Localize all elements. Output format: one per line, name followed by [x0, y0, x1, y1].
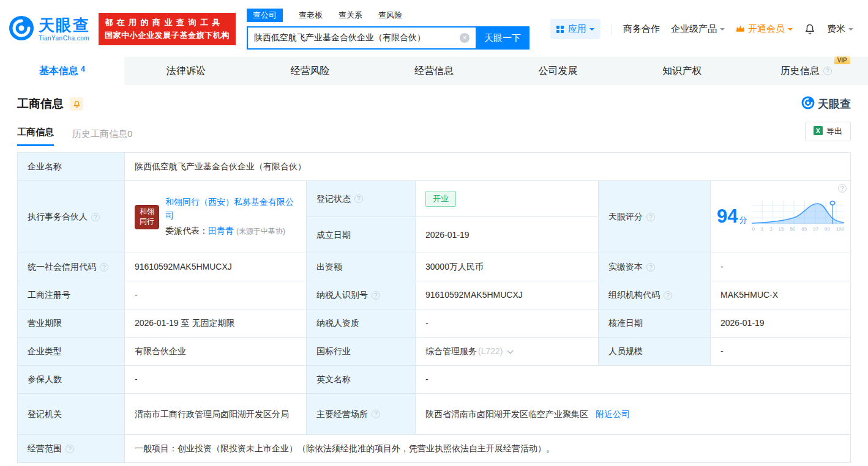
field-org-code-label: 组织机构代码: [599, 281, 711, 309]
field-business-term-value: 2026-01-19 至 无固定期限: [125, 309, 307, 337]
subtab-business-info[interactable]: 工商信息: [17, 127, 54, 146]
search-button[interactable]: 天眼一下: [476, 26, 529, 50]
field-company-type-value: 有限合伙企业: [125, 338, 307, 365]
tab-legal-proceedings[interactable]: 法律诉讼: [124, 57, 249, 85]
help-icon[interactable]: [838, 184, 847, 193]
industry-expand-icon[interactable]: [507, 347, 514, 353]
tab-basic-info[interactable]: 基本信息4: [0, 57, 124, 85]
field-credit-code-value: 91610592MAK5HMUCXJ: [125, 253, 307, 281]
menu-enterprise-products[interactable]: 企业级产品: [671, 23, 725, 35]
row-credit-capital: 统一社会信用代码 91610592MAK5HMUCXJ 出资额 30000万人民…: [18, 253, 850, 281]
field-establish-date-value: 2026-01-19: [416, 217, 599, 253]
field-business-term-label: 营业期限: [18, 309, 125, 337]
search-tab-risk[interactable]: 查风险: [378, 10, 402, 21]
section-title: 工商信息: [17, 96, 64, 112]
search-tab-boss[interactable]: 查老板: [299, 10, 323, 21]
field-capital-label: 出资额: [307, 253, 416, 281]
field-insured-count-label: 参保人数: [18, 366, 125, 393]
field-industry-value: 综合管理服务(L722): [416, 338, 599, 365]
field-company-name-label: 企业名称: [18, 153, 125, 180]
export-button[interactable]: 导出: [805, 122, 851, 141]
promo-banner: 都在用的商业查询工具 国家中小企业发展子基金旗下机构: [99, 13, 236, 46]
field-credit-code-label: 统一社会信用代码: [18, 253, 125, 281]
help-icon[interactable]: [65, 445, 74, 453]
apps-menu[interactable]: 应用: [550, 19, 600, 39]
row-insured-english: 参保人数 - 英文名称 -: [18, 365, 850, 393]
field-score-value: 94分 0131550859799100: [711, 181, 850, 253]
vip-badge: VIP: [834, 56, 850, 64]
search-area: 查公司 查老板 查关系 查风险 天眼一下: [247, 9, 529, 50]
deputy-name-link[interactable]: 田青青: [208, 226, 234, 235]
search-tab-relation[interactable]: 查关系: [339, 10, 362, 21]
chevron-down-icon: [589, 28, 594, 33]
help-icon[interactable]: [646, 213, 655, 221]
field-staff-size-value: -: [711, 338, 850, 365]
monitor-bell-icon[interactable]: [70, 97, 83, 111]
field-industry-label: 国标行业: [307, 338, 416, 365]
field-reg-number-label: 工商注册号: [18, 281, 125, 309]
promo-banner-line2: 国家中小企业发展子基金旗下机构: [105, 29, 230, 42]
notification-bell-icon[interactable]: [804, 23, 816, 35]
menu-business-cooperation[interactable]: 商务合作: [623, 23, 660, 35]
clear-icon[interactable]: [460, 33, 470, 43]
tianyancha-logo-icon: [9, 15, 34, 43]
tab-operating-risk[interactable]: 经营风险: [248, 57, 372, 85]
nearby-companies-link[interactable]: 附近公司: [596, 408, 630, 421]
field-business-address-label: 主要经营场所: [307, 394, 416, 434]
chevron-down-icon: [720, 28, 725, 33]
tab-intellectual-property[interactable]: 知识产权: [620, 57, 744, 85]
deputy-source: (来源于中基协): [236, 227, 285, 235]
field-reg-status-value: 开业: [416, 181, 599, 216]
row-company-name: 企业名称 陕西低空航飞产业基金合伙企业（有限合伙）: [18, 153, 850, 180]
field-approval-date-value: 2026-01-19: [711, 309, 850, 337]
status-date-column: 登记状态 开业 成立日期 2026-01-19: [307, 181, 599, 253]
field-insured-count-value: -: [125, 366, 307, 393]
promo-banner-line1: 都在用的商业查询工具: [105, 17, 230, 29]
help-icon[interactable]: [664, 291, 672, 300]
header: 天眼查 TianYanCha.com 都在用的商业查询工具 国家中小企业发展子基…: [0, 0, 868, 56]
field-org-code-value: MAK5HMUC-X: [711, 281, 850, 309]
field-executive-partner-label: 执行事务合伙人: [18, 181, 125, 253]
row-authority-address: 登记机关 渭南市工商行政管理局卤阳湖开发区分局 主要经营场所 陕西省渭南市卤阳湖…: [18, 393, 850, 434]
field-taxpayer-quality-label: 纳税人资质: [307, 309, 416, 337]
row-type-industry-staff: 企业类型 有限合伙企业 国标行业 综合管理服务(L722) 人员规模 -: [18, 337, 850, 365]
field-reg-authority-value: 渭南市工商行政管理局卤阳湖开发区分局: [125, 394, 307, 434]
logo-domain-text: TianYanCha.com: [39, 35, 90, 42]
search-tab-company[interactable]: 查公司: [247, 9, 283, 22]
field-establish-date-label: 成立日期: [307, 217, 416, 253]
field-company-name-value: 陕西低空航飞产业基金合伙企业（有限合伙）: [125, 153, 850, 180]
help-icon[interactable]: [372, 410, 380, 418]
field-company-type-label: 企业类型: [18, 338, 125, 365]
tab-operating-info[interactable]: 经营信息: [372, 57, 496, 85]
subtab-history-business-info[interactable]: 历史工商信息0: [72, 128, 132, 146]
help-icon[interactable]: [354, 194, 363, 203]
field-taxpayer-id-value: 91610592MAK5HMUCXJ: [416, 281, 599, 309]
field-score-label: 天眼评分: [599, 181, 711, 253]
help-icon[interactable]: [100, 263, 108, 272]
help-icon[interactable]: [91, 213, 100, 221]
partner-company-link[interactable]: 和翎同行（西安）私募基金有限公司: [165, 197, 294, 220]
tab-history-info[interactable]: 历史信息 VIP: [744, 57, 868, 85]
tianyancha-watermark: 天眼查: [801, 96, 851, 112]
status-badge: 开业: [425, 191, 456, 207]
search-tabs: 查公司 查老板 查关系 查风险: [247, 9, 529, 22]
search-input[interactable]: [247, 26, 476, 50]
tab-company-development[interactable]: 公司发展: [496, 57, 620, 85]
menu-open-vip[interactable]: 开通会员: [736, 23, 793, 35]
excel-icon: [814, 126, 823, 137]
field-business-scope-value: 一般项目：创业投资（限投资未上市企业）（除依法须经批准的项目外，凭营业执照依法自…: [125, 435, 850, 462]
help-icon[interactable]: [823, 67, 832, 75]
field-capital-value: 30000万人民币: [416, 253, 599, 281]
tianyancha-logo[interactable]: 天眼查 TianYanCha.com: [9, 15, 90, 43]
row-business-scope: 经营范围 一般项目：创业投资（限投资未上市企业）（除依法须经批准的项目外，凭营业…: [18, 434, 850, 462]
tianyancha-watermark-icon: [801, 96, 815, 112]
user-menu[interactable]: 费米: [827, 23, 853, 35]
field-paid-capital-label: 实缴资本: [599, 253, 711, 281]
row-partner-status-score: 执行事务合伙人 和翎同行 和翎同行（西安）私募基金有限公司 委派代表：田青青 (…: [18, 180, 850, 253]
industry-code: (L722): [478, 345, 503, 358]
score-curve-chart: 0131550859799100: [752, 201, 844, 233]
top-menu: 应用 商务合作 企业级产品 开通会员 费米: [550, 19, 853, 39]
field-reg-number-value: -: [125, 281, 307, 309]
help-icon[interactable]: [646, 263, 655, 272]
help-icon[interactable]: [372, 291, 380, 300]
